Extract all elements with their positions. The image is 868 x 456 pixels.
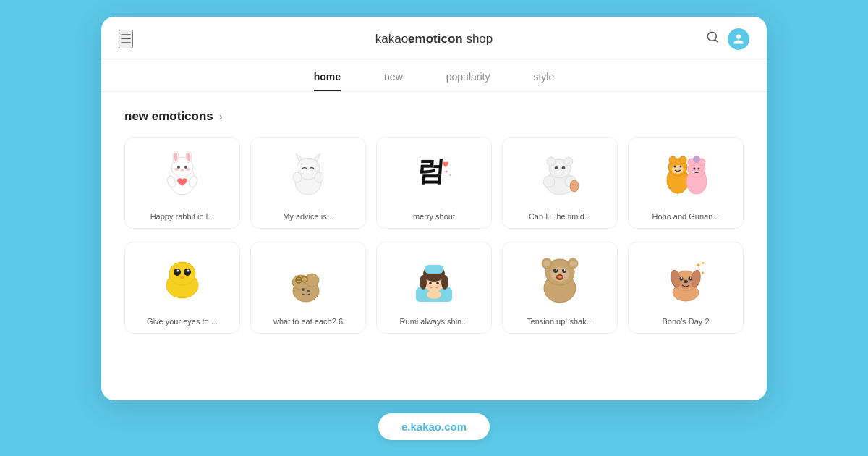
- svg-point-22: [446, 171, 448, 173]
- svg-point-12: [181, 169, 184, 172]
- svg-point-95: [690, 277, 692, 279]
- section-title-text: new emoticons: [124, 109, 213, 124]
- svg-point-52: [187, 270, 190, 272]
- avatar[interactable]: [728, 28, 749, 50]
- svg-point-23: [450, 174, 451, 176]
- tab-popularity[interactable]: popularity: [446, 71, 490, 91]
- svg-point-53: [180, 276, 184, 279]
- card-label-7: what to eat each? 6: [273, 317, 343, 326]
- svg-point-82: [562, 269, 566, 273]
- svg-point-25: [543, 176, 555, 187]
- emoticon-card-4[interactable]: Can I... be timid...: [502, 137, 618, 229]
- svg-point-11: [186, 168, 190, 171]
- svg-point-79: [570, 261, 576, 266]
- emoticon-grid-row1: Happy rabbit in l...: [124, 137, 744, 229]
- card-label-9: Tension up! shak...: [527, 317, 593, 326]
- emoticon-card-8[interactable]: Rumi always shin...: [376, 242, 492, 334]
- card-image-10: ✦ ✦ ✦: [636, 250, 736, 311]
- card-image-8: [384, 250, 484, 311]
- svg-point-45: [694, 168, 696, 170]
- svg-point-70: [426, 284, 430, 287]
- section-title: new emoticons ›: [124, 109, 744, 124]
- rabbit-illustration: [157, 150, 208, 200]
- svg-point-10: [174, 168, 179, 171]
- section-arrow[interactable]: ›: [219, 110, 223, 122]
- emoticon-card-10[interactable]: ✦ ✦ ✦ Bono's Day 2: [628, 242, 744, 334]
- svg-point-28: [547, 157, 556, 166]
- svg-marker-17: [296, 153, 303, 161]
- svg-point-49: [174, 269, 181, 276]
- emoticon-card-3[interactable]: 럼 merry shout: [376, 137, 492, 229]
- svg-point-36: [679, 156, 686, 164]
- card-label-4: Can I... be timid...: [529, 212, 591, 221]
- card-label-2: My advice is...: [283, 212, 333, 221]
- svg-text:✦: ✦: [701, 261, 705, 266]
- emoticon-card-7[interactable]: what to eat each? 6: [250, 242, 366, 334]
- search-button[interactable]: [706, 30, 719, 47]
- card-image-1: [132, 145, 232, 206]
- emoticon-card-1[interactable]: Happy rabbit in l...: [124, 137, 240, 229]
- title-suffix: shop: [463, 32, 493, 46]
- bird-illustration: [157, 255, 208, 305]
- svg-point-7: [187, 153, 191, 161]
- svg-line-1: [715, 39, 717, 41]
- svg-point-66: [441, 275, 448, 290]
- svg-text:✦: ✦: [700, 270, 705, 276]
- svg-point-48: [169, 262, 195, 285]
- card-image-3: 럼: [384, 145, 484, 206]
- svg-point-19: [293, 172, 302, 182]
- tab-style[interactable]: style: [533, 71, 554, 91]
- title-prefix: kakao: [375, 32, 408, 46]
- emoticon-card-5[interactable]: Hoho and Gunan...: [628, 137, 744, 229]
- bear-tension-illustration: [535, 255, 585, 305]
- svg-marker-18: [313, 153, 320, 161]
- svg-point-38: [674, 166, 676, 168]
- header-left: ☰: [119, 30, 133, 48]
- svg-point-83: [556, 269, 557, 271]
- svg-point-50: [184, 269, 191, 276]
- title-bold: emoticon: [408, 32, 463, 46]
- svg-point-91: [684, 280, 688, 283]
- card-image-7: [258, 250, 358, 311]
- nav: home new popularity style: [101, 62, 767, 92]
- svg-point-78: [544, 261, 550, 266]
- svg-text:럼: 럼: [417, 156, 447, 186]
- menu-button[interactable]: ☰: [119, 30, 133, 48]
- card-label-5: Hoho and Gunan...: [652, 212, 720, 221]
- svg-point-93: [689, 277, 692, 281]
- girl-illustration: [409, 255, 459, 305]
- cat-illustration: [283, 150, 333, 200]
- card-image-4: [510, 145, 610, 206]
- emoticon-grid-row2: Give your eyes to ...: [124, 242, 744, 334]
- card-label-1: Happy rabbit in l...: [150, 212, 215, 221]
- svg-point-51: [177, 270, 179, 272]
- svg-point-30: [555, 166, 558, 169]
- header: ☰ kakaoemoticon shop: [101, 17, 767, 62]
- card-label-10: Bono's Day 2: [662, 317, 709, 326]
- svg-point-46: [698, 168, 700, 170]
- svg-point-57: [302, 288, 305, 291]
- app-title: kakaoemoticon shop: [375, 32, 493, 46]
- bear-friends-illustration: [660, 150, 711, 200]
- text-illustration: 럼: [409, 150, 459, 200]
- svg-point-20: [315, 172, 323, 182]
- svg-point-37: [672, 165, 684, 174]
- user-icon: [733, 33, 744, 45]
- svg-rect-67: [425, 265, 443, 274]
- card-image-5: [636, 145, 736, 206]
- emoticon-card-9[interactable]: Tension up! shak...: [502, 242, 618, 334]
- emoticon-card-2[interactable]: My advice is...: [250, 137, 366, 229]
- emoticon-card-6[interactable]: Give your eyes to ...: [124, 242, 240, 334]
- svg-point-32: [570, 180, 579, 192]
- tab-new[interactable]: new: [384, 71, 403, 91]
- tab-home[interactable]: home: [314, 71, 341, 91]
- svg-point-94: [681, 277, 683, 279]
- browser-window: ☰ kakaoemoticon shop home new popularity…: [101, 17, 767, 400]
- search-icon: [706, 30, 719, 43]
- svg-text:✦: ✦: [695, 261, 701, 269]
- svg-point-6: [174, 153, 178, 161]
- svg-point-81: [553, 269, 558, 273]
- svg-point-65: [420, 275, 427, 290]
- svg-point-31: [562, 166, 566, 169]
- svg-point-73: [430, 287, 438, 295]
